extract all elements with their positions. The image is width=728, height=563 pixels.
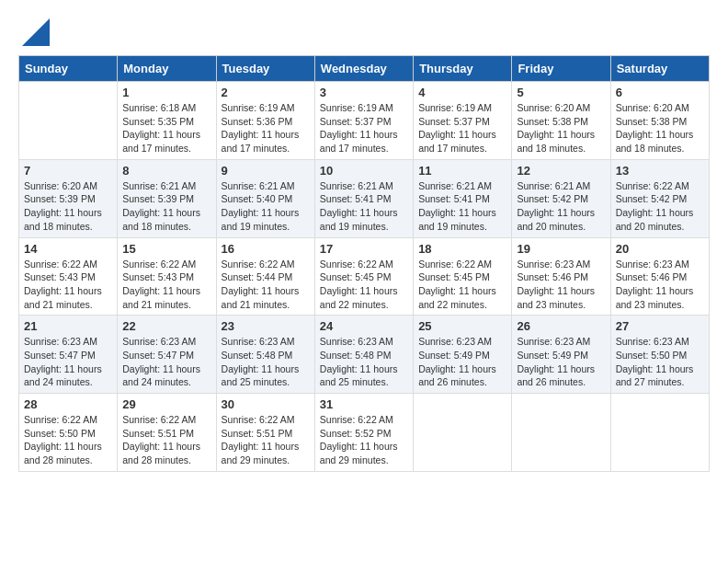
calendar-week-row: 28Sunrise: 6:22 AMSunset: 5:50 PMDayligh… (19, 394, 710, 472)
day-number: 10 (320, 164, 408, 178)
calendar-cell: 15Sunrise: 6:22 AMSunset: 5:43 PMDayligh… (118, 237, 216, 316)
calendar-cell: 29Sunrise: 6:22 AMSunset: 5:51 PMDayligh… (118, 394, 216, 472)
day-info: Sunrise: 6:19 AMSunset: 5:37 PMDaylight:… (320, 101, 408, 155)
calendar-week-row: 14Sunrise: 6:22 AMSunset: 5:43 PMDayligh… (19, 237, 710, 316)
calendar-cell: 4Sunrise: 6:19 AMSunset: 5:37 PMDaylight… (414, 82, 512, 160)
calendar-header-monday: Monday (118, 56, 216, 82)
day-info: Sunrise: 6:21 AMSunset: 5:39 PMDaylight:… (122, 179, 210, 234)
day-info: Sunrise: 6:22 AMSunset: 5:42 PMDaylight:… (616, 179, 704, 234)
calendar-header-row: SundayMondayTuesdayWednesdayThursdayFrid… (19, 56, 710, 82)
day-info: Sunrise: 6:22 AMSunset: 5:45 PMDaylight:… (320, 258, 408, 312)
calendar-cell: 7Sunrise: 6:20 AMSunset: 5:39 PMDaylight… (19, 159, 118, 237)
day-number: 2 (222, 86, 310, 99)
day-info: Sunrise: 6:18 AMSunset: 5:35 PMDaylight:… (122, 101, 210, 155)
calendar-header-thursday: Thursday (414, 56, 512, 82)
calendar-header-sunday: Sunday (19, 56, 118, 82)
day-info: Sunrise: 6:22 AMSunset: 5:51 PMDaylight:… (122, 413, 210, 467)
day-number: 27 (616, 319, 704, 333)
day-info: Sunrise: 6:22 AMSunset: 5:44 PMDaylight:… (222, 258, 310, 312)
calendar-cell (610, 394, 709, 472)
calendar-cell: 19Sunrise: 6:23 AMSunset: 5:46 PMDayligh… (512, 237, 610, 316)
day-number: 29 (122, 397, 210, 411)
day-info: Sunrise: 6:23 AMSunset: 5:49 PMDaylight:… (418, 335, 506, 389)
day-number: 15 (122, 242, 210, 256)
day-number: 1 (122, 86, 210, 99)
day-number: 19 (517, 242, 605, 256)
calendar-header-tuesday: Tuesday (216, 56, 314, 82)
day-info: Sunrise: 6:21 AMSunset: 5:40 PMDaylight:… (222, 179, 310, 234)
day-number: 14 (24, 242, 112, 256)
day-info: Sunrise: 6:19 AMSunset: 5:36 PMDaylight:… (222, 101, 310, 155)
day-info: Sunrise: 6:23 AMSunset: 5:47 PMDaylight:… (122, 335, 210, 389)
day-info: Sunrise: 6:20 AMSunset: 5:38 PMDaylight:… (616, 101, 704, 155)
calendar-cell: 26Sunrise: 6:23 AMSunset: 5:49 PMDayligh… (512, 316, 610, 394)
day-number: 18 (418, 242, 506, 256)
calendar-cell: 16Sunrise: 6:22 AMSunset: 5:44 PMDayligh… (216, 237, 314, 316)
day-info: Sunrise: 6:23 AMSunset: 5:49 PMDaylight:… (517, 335, 605, 389)
calendar-cell: 13Sunrise: 6:22 AMSunset: 5:42 PMDayligh… (610, 159, 709, 237)
day-info: Sunrise: 6:23 AMSunset: 5:46 PMDaylight:… (616, 258, 704, 312)
day-number: 11 (418, 164, 506, 178)
calendar-cell: 5Sunrise: 6:20 AMSunset: 5:38 PMDaylight… (512, 82, 610, 160)
page-header (18, 18, 710, 46)
calendar-cell: 30Sunrise: 6:22 AMSunset: 5:51 PMDayligh… (216, 394, 314, 472)
day-number: 8 (122, 164, 210, 178)
day-info: Sunrise: 6:21 AMSunset: 5:41 PMDaylight:… (320, 179, 408, 234)
day-info: Sunrise: 6:23 AMSunset: 5:48 PMDaylight:… (320, 335, 408, 389)
calendar-cell (414, 394, 512, 472)
calendar-table: SundayMondayTuesdayWednesdayThursdayFrid… (18, 55, 710, 472)
day-number: 20 (616, 242, 704, 256)
day-info: Sunrise: 6:22 AMSunset: 5:43 PMDaylight:… (122, 258, 210, 312)
calendar-cell: 9Sunrise: 6:21 AMSunset: 5:40 PMDaylight… (216, 159, 314, 237)
calendar-cell: 10Sunrise: 6:21 AMSunset: 5:41 PMDayligh… (314, 159, 413, 237)
day-info: Sunrise: 6:22 AMSunset: 5:45 PMDaylight:… (418, 258, 506, 312)
calendar-cell: 8Sunrise: 6:21 AMSunset: 5:39 PMDaylight… (118, 159, 216, 237)
calendar-cell: 23Sunrise: 6:23 AMSunset: 5:48 PMDayligh… (216, 316, 314, 394)
day-number: 6 (616, 86, 704, 99)
day-info: Sunrise: 6:23 AMSunset: 5:48 PMDaylight:… (222, 335, 310, 389)
calendar-cell (512, 394, 610, 472)
day-number: 7 (24, 164, 112, 178)
day-info: Sunrise: 6:23 AMSunset: 5:46 PMDaylight:… (517, 258, 605, 312)
day-number: 24 (320, 319, 408, 333)
day-number: 3 (320, 86, 408, 99)
calendar-cell: 24Sunrise: 6:23 AMSunset: 5:48 PMDayligh… (314, 316, 413, 394)
calendar-cell: 18Sunrise: 6:22 AMSunset: 5:45 PMDayligh… (414, 237, 512, 316)
day-number: 9 (222, 164, 310, 178)
day-info: Sunrise: 6:22 AMSunset: 5:50 PMDaylight:… (24, 413, 112, 467)
logo-icon (22, 18, 50, 46)
calendar-cell: 12Sunrise: 6:21 AMSunset: 5:42 PMDayligh… (512, 159, 610, 237)
calendar-cell: 2Sunrise: 6:19 AMSunset: 5:36 PMDaylight… (216, 82, 314, 160)
svg-marker-0 (22, 18, 50, 46)
day-info: Sunrise: 6:19 AMSunset: 5:37 PMDaylight:… (418, 101, 506, 155)
day-info: Sunrise: 6:21 AMSunset: 5:41 PMDaylight:… (418, 179, 506, 234)
calendar-cell (19, 82, 118, 160)
day-number: 4 (418, 86, 506, 99)
day-number: 13 (616, 164, 704, 178)
calendar-cell: 14Sunrise: 6:22 AMSunset: 5:43 PMDayligh… (19, 237, 118, 316)
day-number: 23 (222, 319, 310, 333)
day-info: Sunrise: 6:23 AMSunset: 5:50 PMDaylight:… (616, 335, 704, 389)
day-number: 31 (320, 397, 408, 411)
calendar-cell: 6Sunrise: 6:20 AMSunset: 5:38 PMDaylight… (610, 82, 709, 160)
day-number: 5 (517, 86, 605, 99)
calendar-cell: 27Sunrise: 6:23 AMSunset: 5:50 PMDayligh… (610, 316, 709, 394)
calendar-cell: 22Sunrise: 6:23 AMSunset: 5:47 PMDayligh… (118, 316, 216, 394)
logo (18, 18, 50, 46)
day-number: 28 (24, 397, 112, 411)
day-info: Sunrise: 6:20 AMSunset: 5:38 PMDaylight:… (517, 101, 605, 155)
day-info: Sunrise: 6:20 AMSunset: 5:39 PMDaylight:… (24, 179, 112, 234)
calendar-cell: 1Sunrise: 6:18 AMSunset: 5:35 PMDaylight… (118, 82, 216, 160)
calendar-cell: 11Sunrise: 6:21 AMSunset: 5:41 PMDayligh… (414, 159, 512, 237)
day-info: Sunrise: 6:23 AMSunset: 5:47 PMDaylight:… (24, 335, 112, 389)
calendar-week-row: 21Sunrise: 6:23 AMSunset: 5:47 PMDayligh… (19, 316, 710, 394)
day-number: 25 (418, 319, 506, 333)
calendar-week-row: 7Sunrise: 6:20 AMSunset: 5:39 PMDaylight… (19, 159, 710, 237)
calendar-cell: 28Sunrise: 6:22 AMSunset: 5:50 PMDayligh… (19, 394, 118, 472)
day-number: 22 (122, 319, 210, 333)
day-info: Sunrise: 6:22 AMSunset: 5:52 PMDaylight:… (320, 413, 408, 467)
day-number: 26 (517, 319, 605, 333)
day-number: 21 (24, 319, 112, 333)
day-number: 16 (222, 242, 310, 256)
day-info: Sunrise: 6:21 AMSunset: 5:42 PMDaylight:… (517, 179, 605, 234)
